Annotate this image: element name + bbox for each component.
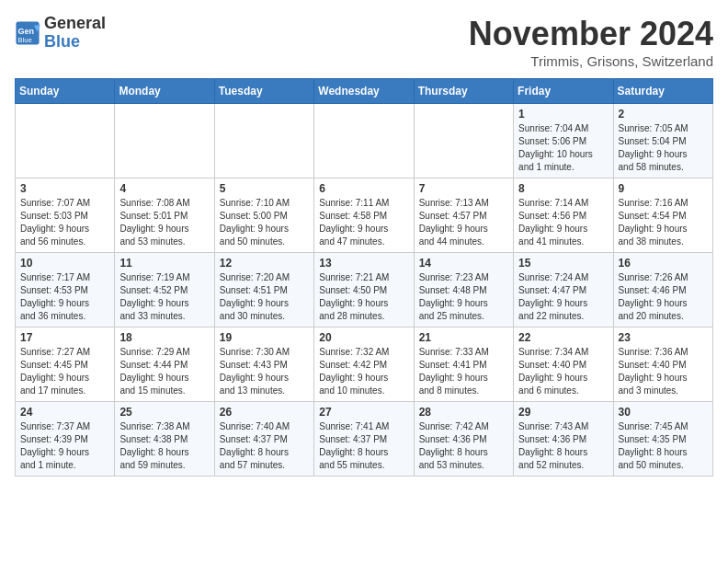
calendar-cell: 16Sunrise: 7:26 AM Sunset: 4:46 PM Dayli… bbox=[613, 253, 712, 327]
day-number: 11 bbox=[119, 257, 209, 270]
day-number: 25 bbox=[119, 406, 209, 419]
day-info: Sunrise: 7:40 AM Sunset: 4:37 PM Dayligh… bbox=[220, 420, 309, 472]
calendar-cell: 15Sunrise: 7:24 AM Sunset: 4:47 PM Dayli… bbox=[514, 253, 613, 327]
calendar-cell: 11Sunrise: 7:19 AM Sunset: 4:52 PM Dayli… bbox=[115, 253, 214, 327]
day-info: Sunrise: 7:32 AM Sunset: 4:42 PM Dayligh… bbox=[319, 346, 408, 397]
day-info: Sunrise: 7:07 AM Sunset: 5:03 PM Dayligh… bbox=[20, 197, 109, 248]
day-info: Sunrise: 7:43 AM Sunset: 4:36 PM Dayligh… bbox=[518, 420, 608, 472]
day-info: Sunrise: 7:16 AM Sunset: 4:54 PM Dayligh… bbox=[619, 197, 708, 248]
page-header: Gen Blue General Blue November 2024 Trim… bbox=[15, 15, 713, 69]
title-block: November 2024 Trimmis, Grisons, Switzerl… bbox=[469, 15, 713, 69]
calendar-cell: 18Sunrise: 7:29 AM Sunset: 4:44 PM Dayli… bbox=[115, 327, 214, 402]
calendar-cell: 14Sunrise: 7:23 AM Sunset: 4:48 PM Dayli… bbox=[414, 253, 513, 327]
day-number: 15 bbox=[518, 257, 608, 270]
calendar-cell: 10Sunrise: 7:17 AM Sunset: 4:53 PM Dayli… bbox=[16, 253, 115, 327]
day-info: Sunrise: 7:19 AM Sunset: 4:52 PM Dayligh… bbox=[119, 271, 209, 323]
day-number: 13 bbox=[319, 257, 408, 270]
day-info: Sunrise: 7:29 AM Sunset: 4:44 PM Dayligh… bbox=[119, 346, 209, 397]
weekday-header: Wednesday bbox=[314, 79, 414, 104]
calendar-week-row: 3Sunrise: 7:07 AM Sunset: 5:03 PM Daylig… bbox=[16, 178, 713, 253]
svg-text:Gen: Gen bbox=[18, 27, 35, 36]
calendar-cell bbox=[16, 104, 115, 178]
calendar-cell bbox=[414, 104, 513, 178]
calendar-cell: 7Sunrise: 7:13 AM Sunset: 4:57 PM Daylig… bbox=[414, 178, 513, 253]
day-number: 26 bbox=[220, 406, 309, 419]
weekday-header: Tuesday bbox=[214, 79, 313, 104]
day-number: 14 bbox=[419, 257, 508, 270]
day-info: Sunrise: 7:24 AM Sunset: 4:47 PM Dayligh… bbox=[518, 271, 608, 323]
day-number: 19 bbox=[220, 331, 309, 344]
day-number: 30 bbox=[619, 406, 708, 419]
calendar-cell: 25Sunrise: 7:38 AM Sunset: 4:38 PM Dayli… bbox=[115, 402, 214, 477]
day-info: Sunrise: 7:38 AM Sunset: 4:38 PM Dayligh… bbox=[119, 420, 209, 472]
calendar-cell: 24Sunrise: 7:37 AM Sunset: 4:39 PM Dayli… bbox=[16, 402, 115, 477]
day-number: 3 bbox=[20, 182, 109, 195]
calendar-cell: 6Sunrise: 7:11 AM Sunset: 4:58 PM Daylig… bbox=[314, 178, 414, 253]
calendar-cell: 9Sunrise: 7:16 AM Sunset: 4:54 PM Daylig… bbox=[613, 178, 712, 253]
weekday-header: Monday bbox=[115, 79, 214, 104]
calendar-cell: 28Sunrise: 7:42 AM Sunset: 4:36 PM Dayli… bbox=[414, 402, 513, 477]
logo-icon: Gen Blue bbox=[15, 20, 40, 46]
day-number: 22 bbox=[518, 331, 608, 344]
day-info: Sunrise: 7:10 AM Sunset: 5:00 PM Dayligh… bbox=[220, 197, 309, 248]
logo: Gen Blue General Blue bbox=[15, 15, 106, 52]
calendar-body: 1Sunrise: 7:04 AM Sunset: 5:06 PM Daylig… bbox=[16, 104, 713, 477]
day-number: 23 bbox=[619, 331, 708, 344]
calendar-cell: 22Sunrise: 7:34 AM Sunset: 4:40 PM Dayli… bbox=[514, 327, 613, 402]
calendar-cell: 30Sunrise: 7:45 AM Sunset: 4:35 PM Dayli… bbox=[613, 402, 712, 477]
day-number: 8 bbox=[518, 182, 608, 195]
calendar-cell: 2Sunrise: 7:05 AM Sunset: 5:04 PM Daylig… bbox=[613, 104, 712, 178]
day-info: Sunrise: 7:08 AM Sunset: 5:01 PM Dayligh… bbox=[119, 197, 209, 248]
day-info: Sunrise: 7:17 AM Sunset: 4:53 PM Dayligh… bbox=[20, 271, 109, 323]
day-info: Sunrise: 7:14 AM Sunset: 4:56 PM Dayligh… bbox=[518, 197, 608, 248]
day-info: Sunrise: 7:26 AM Sunset: 4:46 PM Dayligh… bbox=[619, 271, 708, 323]
day-info: Sunrise: 7:30 AM Sunset: 4:43 PM Dayligh… bbox=[220, 346, 309, 397]
calendar-cell: 23Sunrise: 7:36 AM Sunset: 4:40 PM Dayli… bbox=[613, 327, 712, 402]
day-number: 4 bbox=[119, 182, 209, 195]
day-info: Sunrise: 7:37 AM Sunset: 4:39 PM Dayligh… bbox=[20, 420, 109, 472]
calendar-cell: 5Sunrise: 7:10 AM Sunset: 5:00 PM Daylig… bbox=[214, 178, 313, 253]
day-number: 5 bbox=[220, 182, 309, 195]
calendar-cell bbox=[214, 104, 313, 178]
calendar-header-row: SundayMondayTuesdayWednesdayThursdayFrid… bbox=[16, 79, 713, 104]
calendar-cell: 27Sunrise: 7:41 AM Sunset: 4:37 PM Dayli… bbox=[314, 402, 414, 477]
day-info: Sunrise: 7:21 AM Sunset: 4:50 PM Dayligh… bbox=[319, 271, 408, 323]
day-info: Sunrise: 7:42 AM Sunset: 4:36 PM Dayligh… bbox=[419, 420, 508, 472]
day-number: 6 bbox=[319, 182, 408, 195]
calendar-cell: 13Sunrise: 7:21 AM Sunset: 4:50 PM Dayli… bbox=[314, 253, 414, 327]
svg-text:Blue: Blue bbox=[18, 36, 32, 44]
day-info: Sunrise: 7:36 AM Sunset: 4:40 PM Dayligh… bbox=[619, 346, 708, 397]
calendar-cell: 8Sunrise: 7:14 AM Sunset: 4:56 PM Daylig… bbox=[514, 178, 613, 253]
calendar-cell: 12Sunrise: 7:20 AM Sunset: 4:51 PM Dayli… bbox=[214, 253, 313, 327]
day-number: 28 bbox=[419, 406, 508, 419]
day-info: Sunrise: 7:33 AM Sunset: 4:41 PM Dayligh… bbox=[419, 346, 508, 397]
day-number: 9 bbox=[619, 182, 708, 195]
day-number: 29 bbox=[518, 406, 608, 419]
day-info: Sunrise: 7:13 AM Sunset: 4:57 PM Dayligh… bbox=[419, 197, 508, 248]
day-number: 21 bbox=[419, 331, 508, 344]
logo-line2: Blue bbox=[44, 33, 106, 52]
weekday-header: Sunday bbox=[16, 79, 115, 104]
day-number: 12 bbox=[220, 257, 309, 270]
day-number: 10 bbox=[20, 257, 109, 270]
calendar-week-row: 1Sunrise: 7:04 AM Sunset: 5:06 PM Daylig… bbox=[16, 104, 713, 178]
day-info: Sunrise: 7:04 AM Sunset: 5:06 PM Dayligh… bbox=[518, 122, 608, 174]
location: Trimmis, Grisons, Switzerland bbox=[469, 53, 713, 69]
calendar-cell: 19Sunrise: 7:30 AM Sunset: 4:43 PM Dayli… bbox=[214, 327, 313, 402]
day-number: 20 bbox=[319, 331, 408, 344]
day-info: Sunrise: 7:23 AM Sunset: 4:48 PM Dayligh… bbox=[419, 271, 508, 323]
day-info: Sunrise: 7:45 AM Sunset: 4:35 PM Dayligh… bbox=[619, 420, 708, 472]
day-number: 1 bbox=[518, 108, 608, 121]
weekday-header: Thursday bbox=[414, 79, 513, 104]
weekday-header: Saturday bbox=[613, 79, 712, 104]
day-info: Sunrise: 7:34 AM Sunset: 4:40 PM Dayligh… bbox=[518, 346, 608, 397]
calendar-cell bbox=[314, 104, 414, 178]
day-info: Sunrise: 7:05 AM Sunset: 5:04 PM Dayligh… bbox=[619, 122, 708, 174]
day-number: 2 bbox=[619, 108, 708, 121]
calendar-cell: 20Sunrise: 7:32 AM Sunset: 4:42 PM Dayli… bbox=[314, 327, 414, 402]
day-number: 27 bbox=[319, 406, 408, 419]
day-number: 17 bbox=[20, 331, 109, 344]
calendar-cell: 17Sunrise: 7:27 AM Sunset: 4:45 PM Dayli… bbox=[16, 327, 115, 402]
logo-line1: General bbox=[44, 15, 106, 33]
calendar-cell bbox=[115, 104, 214, 178]
